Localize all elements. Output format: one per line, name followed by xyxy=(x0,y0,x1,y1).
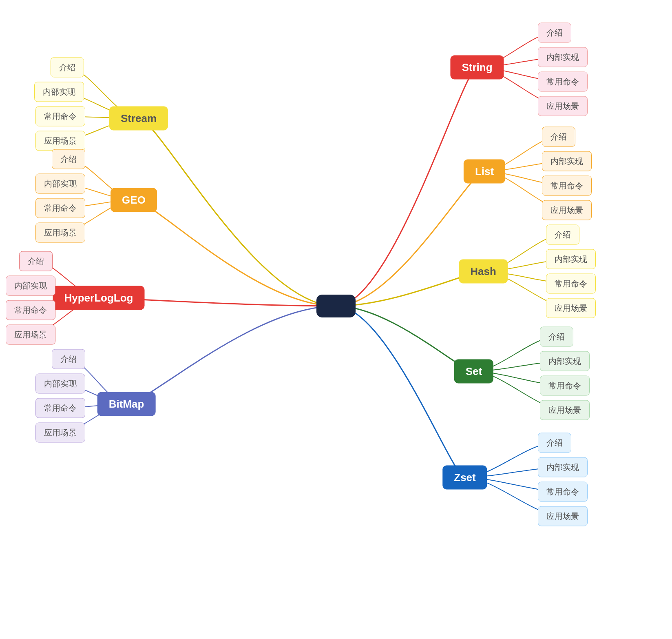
branch-node-geo: GEO xyxy=(111,188,157,212)
leaf-node-zset-2: 常用命令 xyxy=(538,482,588,502)
leaf-node-set-0: 介绍 xyxy=(540,327,573,347)
leaf-node-string-3: 应用场景 xyxy=(538,96,588,116)
leaf-node-stream-3: 应用场景 xyxy=(35,131,85,151)
branch-node-hyperloglog: HyperLogLog xyxy=(53,286,145,310)
leaf-node-geo-2: 常用命令 xyxy=(35,198,85,218)
leaf-node-stream-0: 介绍 xyxy=(51,58,84,78)
leaf-node-stream-2: 常用命令 xyxy=(35,106,85,126)
leaf-node-hyperloglog-1: 内部实现 xyxy=(6,276,55,296)
leaf-node-hash-3: 应用场景 xyxy=(546,298,596,318)
leaf-node-list-3: 应用场景 xyxy=(542,200,592,220)
leaf-node-geo-0: 介绍 xyxy=(52,149,85,169)
branch-node-stream: Stream xyxy=(109,106,168,131)
branch-node-hash: Hash xyxy=(459,260,508,284)
leaf-node-hash-0: 介绍 xyxy=(546,225,579,245)
leaf-node-string-2: 常用命令 xyxy=(538,72,588,92)
leaf-node-stream-1: 内部实现 xyxy=(34,82,84,102)
leaf-node-list-2: 常用命令 xyxy=(542,176,592,196)
mind-map: Stream介绍内部实现常用命令应用场景GEO介绍内部实现常用命令应用场景Hyp… xyxy=(0,0,672,639)
leaf-node-bitmap-2: 常用命令 xyxy=(35,398,85,418)
leaf-node-bitmap-3: 应用场景 xyxy=(35,423,85,443)
branch-node-list: List xyxy=(464,160,505,184)
leaf-node-geo-1: 内部实现 xyxy=(35,174,85,194)
leaf-node-set-3: 应用场景 xyxy=(540,400,590,420)
branch-node-zset: Zset xyxy=(442,466,487,490)
leaf-node-zset-0: 介绍 xyxy=(538,433,571,453)
leaf-node-set-2: 常用命令 xyxy=(540,376,590,396)
leaf-node-bitmap-1: 内部实现 xyxy=(35,374,85,394)
leaf-node-bitmap-0: 介绍 xyxy=(52,349,85,369)
branch-node-set: Set xyxy=(454,359,493,384)
leaf-node-string-1: 内部实现 xyxy=(538,47,588,67)
leaf-node-hyperloglog-2: 常用命令 xyxy=(6,300,55,320)
leaf-node-hyperloglog-0: 介绍 xyxy=(19,251,53,271)
leaf-node-hash-2: 常用命令 xyxy=(546,274,596,294)
leaf-node-list-0: 介绍 xyxy=(542,127,575,147)
center-node xyxy=(316,295,356,317)
leaf-node-list-1: 内部实现 xyxy=(542,151,592,171)
leaf-node-hyperloglog-3: 应用场景 xyxy=(6,325,55,345)
leaf-node-geo-3: 应用场景 xyxy=(35,223,85,243)
leaf-node-set-1: 内部实现 xyxy=(540,351,590,371)
leaf-node-zset-3: 应用场景 xyxy=(538,506,588,526)
leaf-node-hash-1: 内部实现 xyxy=(546,249,596,269)
leaf-node-zset-1: 内部实现 xyxy=(538,457,588,477)
leaf-node-string-0: 介绍 xyxy=(538,23,571,43)
branch-node-string: String xyxy=(450,55,504,80)
branch-node-bitmap: BitMap xyxy=(97,392,156,416)
